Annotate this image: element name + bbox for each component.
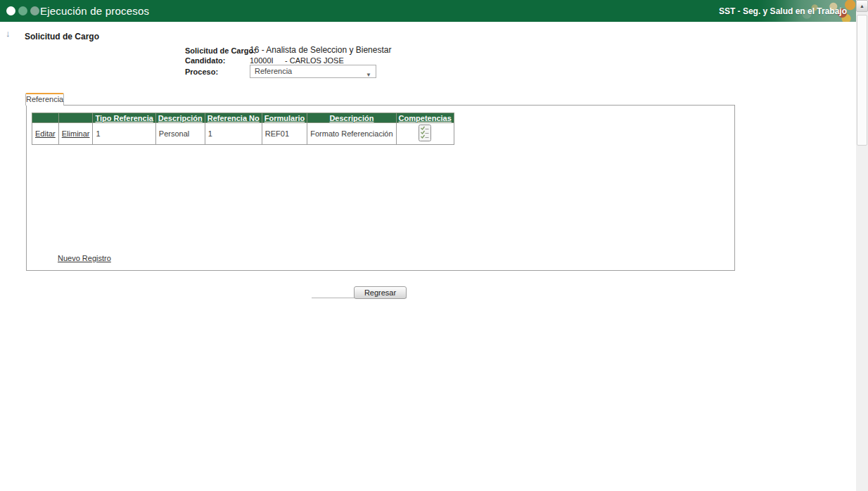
status-dot-white xyxy=(6,6,15,15)
page-title: Ejecución de procesos xyxy=(40,5,149,17)
vertical-scrollbar[interactable]: ▲ xyxy=(856,0,868,491)
collapse-arrow-icon[interactable]: ↓ xyxy=(6,28,11,39)
regresar-button[interactable]: Regresar xyxy=(354,286,407,299)
column-header-edit xyxy=(32,113,59,123)
column-header-formulario[interactable]: Formulario xyxy=(262,113,307,123)
nuevo-registro-link[interactable]: Nuevo Registro xyxy=(58,254,111,262)
column-header-delete xyxy=(58,113,93,123)
candidato-label: Candidato: xyxy=(185,56,225,65)
proceso-dropdown[interactable]: Referencia ▼ xyxy=(250,65,376,78)
tab-referencia[interactable]: Referencia xyxy=(25,93,64,106)
cell-descripcion: Personal xyxy=(155,123,205,145)
column-header-descripcion[interactable]: Descripción xyxy=(155,113,205,123)
proceso-label: Proceso: xyxy=(185,68,218,76)
column-header-descripcion-2[interactable]: Descripción xyxy=(307,113,396,123)
chevron-down-icon: ▼ xyxy=(366,69,371,81)
solicitud-cargo-label: Solicitud de Cargo: xyxy=(185,46,256,55)
cell-referencia-no: 1 xyxy=(205,123,262,145)
checklist-icon[interactable] xyxy=(419,125,431,141)
cell-descripcion-formulario: Formato Referenciación xyxy=(307,123,396,145)
cell-tipo-referencia: 1 xyxy=(93,123,155,145)
referencia-panel: Tipo Referencia Descripción Referencia N… xyxy=(26,105,735,271)
scrollbar-thumb[interactable] xyxy=(857,15,867,146)
column-header-referencia-no[interactable]: Referencia No xyxy=(205,113,262,123)
candidato-name-value: - CARLOS JOSE xyxy=(285,56,344,65)
section-title: Solicitud de Cargo xyxy=(25,32,99,42)
table-header-row: Tipo Referencia Descripción Referencia N… xyxy=(32,113,454,123)
scroll-up-arrow-icon[interactable]: ▲ xyxy=(856,0,868,12)
table-row: Editar Eliminar 1 Personal 1 REF01 Forma… xyxy=(32,123,454,145)
brand-text: SST - Seg. y Salud en el Trabajo xyxy=(719,6,847,16)
delete-link[interactable]: Eliminar xyxy=(62,129,90,138)
app-window: Ejecución de procesos SST - Seg. y Salud… xyxy=(0,0,868,491)
tab-referencia-label: Referencia xyxy=(26,95,63,103)
cell-formulario: REF01 xyxy=(262,123,307,145)
top-header-bar: Ejecución de procesos SST - Seg. y Salud… xyxy=(0,0,856,22)
solicitud-cargo-value: 16 - Analista de Seleccion y Bienestar xyxy=(250,45,391,55)
edit-link[interactable]: Editar xyxy=(35,129,56,138)
proceso-selected-value: Referencia xyxy=(255,67,292,75)
candidato-id-value: 10000I xyxy=(250,56,274,65)
referencias-table: Tipo Referencia Descripción Referencia N… xyxy=(32,113,454,145)
column-header-competencias[interactable]: Competencias xyxy=(396,113,454,123)
status-dot-green xyxy=(18,6,27,15)
status-dot-light-green xyxy=(30,6,39,15)
column-header-tipo-referencia[interactable]: Tipo Referencia xyxy=(93,113,155,123)
